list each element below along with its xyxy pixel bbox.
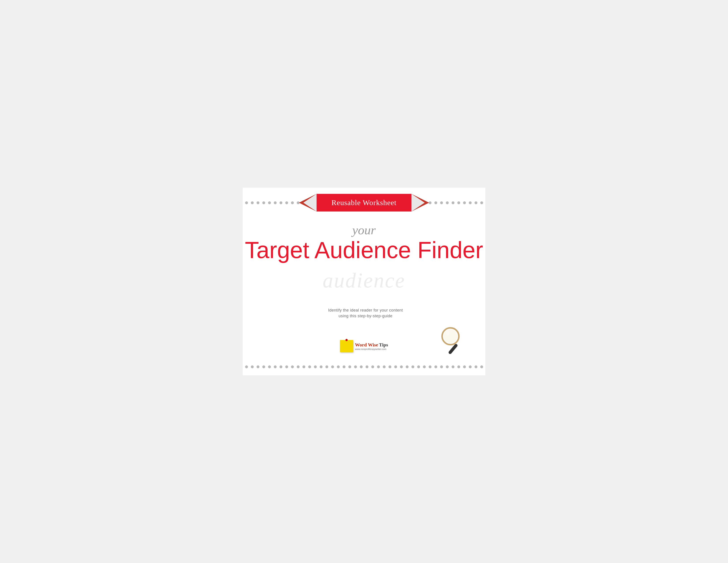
bottom-dot — [463, 366, 466, 368]
bottom-dot — [354, 366, 357, 368]
bottom-dot — [377, 366, 380, 368]
bottom-dot — [446, 366, 449, 368]
svg-marker-1 — [303, 194, 317, 211]
bottom-dot — [457, 366, 460, 368]
right-ribbon-tail — [411, 194, 429, 211]
banner-area: Reusable Worksheet — [243, 194, 485, 211]
sticky-pin — [345, 339, 348, 341]
bottom-dot — [475, 366, 477, 368]
subtitle-line2: using this step-by-step-guide — [328, 314, 403, 319]
bottom-dot — [440, 366, 443, 368]
bottom-dot — [308, 366, 311, 368]
bottom-dot — [469, 366, 472, 368]
bottom-dot — [325, 366, 328, 368]
banner-left-side — [243, 194, 317, 211]
bottom-dot — [245, 366, 248, 368]
your-text: your — [352, 222, 376, 237]
bottom-dot — [285, 366, 288, 368]
left-ribbon-tail — [299, 194, 317, 211]
brand-tips: Tips — [379, 342, 388, 348]
bottom-dot — [452, 366, 454, 368]
bottom-dot — [343, 366, 345, 368]
bottom-dot — [302, 366, 305, 368]
banner-right-side — [411, 194, 485, 211]
bottom-dot — [371, 366, 374, 368]
bottom-dot — [251, 366, 254, 368]
worksheet-page: // Will be rendered below Reusable Works… — [243, 188, 485, 375]
bottom-dot — [314, 366, 317, 368]
bottom-dot — [434, 366, 437, 368]
bottom-dot — [388, 366, 391, 368]
main-title: Target Audience Finder — [243, 238, 485, 261]
bottom-dot — [429, 366, 432, 368]
bottom-dots-row — [243, 366, 485, 368]
subtitle-area: Identify the ideal reader for your conte… — [328, 307, 403, 319]
svg-marker-3 — [411, 194, 425, 211]
bottom-dot — [480, 366, 483, 368]
bottom-dot — [400, 366, 403, 368]
brand-word-wise: Word Wise — [355, 342, 378, 348]
subtitle-line1: Identify the ideal reader for your conte… — [328, 307, 403, 314]
bottom-dot — [291, 366, 294, 368]
bottom-dot — [406, 366, 409, 368]
sticky-note — [340, 340, 353, 352]
brand-name-row: Word Wise Tips — [355, 342, 388, 348]
bottom-dot — [274, 366, 277, 368]
bottom-dot — [411, 366, 414, 368]
brand-container: Word Wise Tips www.nonprofitcopywriter.c… — [340, 340, 388, 352]
bottom-dot — [337, 366, 340, 368]
bottom-dot — [268, 366, 271, 368]
brand-url: www.nonprofitcopywriter.com — [355, 348, 388, 351]
brand-logo-area: Word Wise Tips www.nonprofitcopywriter.c… — [340, 340, 388, 352]
bottom-dot — [297, 366, 300, 368]
ribbon-center: Reusable Worksheet — [317, 194, 411, 211]
bottom-dot — [320, 366, 323, 368]
bottom-dot — [331, 366, 334, 368]
brand-text: Word Wise Tips www.nonprofitcopywriter.c… — [355, 342, 388, 351]
bottom-dot — [360, 366, 363, 368]
bottom-dot — [417, 366, 420, 368]
bottom-dot — [262, 366, 265, 368]
bottom-dot — [280, 366, 282, 368]
svg-point-5 — [444, 330, 457, 343]
bottom-dot — [423, 366, 426, 368]
magnifying-glass-icon — [439, 325, 464, 359]
bottom-dot — [394, 366, 397, 368]
bottom-dot — [366, 366, 368, 368]
bottom-dot — [383, 366, 386, 368]
bottom-dot — [348, 366, 351, 368]
banner-title: Reusable Worksheet — [331, 198, 396, 207]
bottom-dot — [257, 366, 259, 368]
audience-watermark: audience — [323, 268, 405, 293]
